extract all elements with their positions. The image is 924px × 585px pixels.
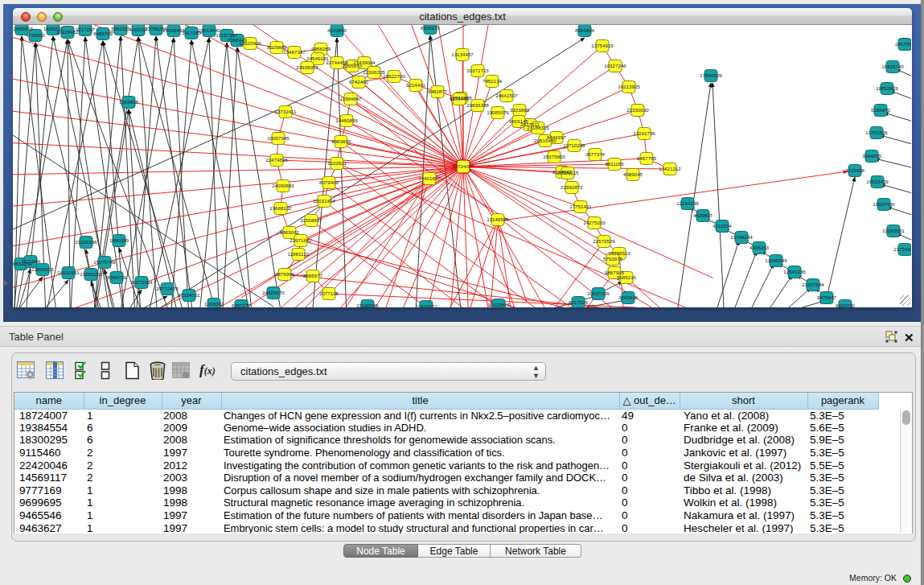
svg-text:3677374: 3677374 bbox=[585, 151, 606, 157]
svg-text:3215938: 3215938 bbox=[845, 167, 865, 173]
svg-text:12416912: 12416912 bbox=[415, 303, 437, 307]
svg-text:20772475: 20772475 bbox=[156, 286, 179, 291]
svg-text:13241736: 13241736 bbox=[633, 130, 655, 136]
svg-text:9875847: 9875847 bbox=[817, 295, 837, 300]
svg-text:20037339: 20037339 bbox=[587, 290, 610, 296]
svg-text:2876966: 2876966 bbox=[275, 271, 295, 277]
svg-text:14401657: 14401657 bbox=[418, 175, 441, 181]
svg-text:23487347: 23487347 bbox=[283, 49, 306, 55]
svg-text:22806503: 22806503 bbox=[31, 266, 54, 272]
svg-text:4143890: 4143890 bbox=[327, 27, 347, 33]
svg-text:4245263: 4245263 bbox=[749, 245, 770, 250]
svg-text:20372723: 20372723 bbox=[466, 68, 489, 73]
svg-text:24090883: 24090883 bbox=[272, 183, 294, 188]
svg-text:6217026: 6217026 bbox=[569, 299, 589, 305]
svg-text:13045349: 13045349 bbox=[765, 257, 787, 263]
svg-text:20615450: 20615450 bbox=[534, 138, 556, 143]
svg-text:16213925: 16213925 bbox=[618, 84, 640, 89]
svg-text:8369062: 8369062 bbox=[280, 229, 300, 235]
svg-text:16396513: 16396513 bbox=[608, 250, 630, 256]
svg-text:5188470: 5188470 bbox=[871, 107, 891, 113]
svg-text:6742460: 6742460 bbox=[349, 79, 369, 84]
svg-text:13421212: 13421212 bbox=[659, 166, 681, 171]
svg-text:17956909: 17956909 bbox=[700, 72, 722, 78]
svg-text:22093651: 22093651 bbox=[882, 228, 905, 233]
svg-text:23936053: 23936053 bbox=[296, 64, 318, 70]
svg-text:21257684: 21257684 bbox=[802, 282, 824, 287]
svg-text:6482877: 6482877 bbox=[428, 89, 448, 94]
svg-text:4389045: 4389045 bbox=[623, 171, 643, 177]
svg-text:9275445: 9275445 bbox=[450, 96, 470, 101]
svg-text:15076749: 15076749 bbox=[93, 259, 116, 265]
svg-text:4429607: 4429607 bbox=[693, 212, 713, 218]
svg-text:18992829: 18992829 bbox=[876, 85, 898, 91]
svg-text:22330030: 22330030 bbox=[626, 107, 649, 113]
svg-text:24425670: 24425670 bbox=[262, 290, 285, 295]
svg-text:8685577: 8685577 bbox=[303, 273, 323, 278]
svg-text:3333883: 3333883 bbox=[510, 107, 530, 113]
svg-text:3220921: 3220921 bbox=[327, 160, 347, 166]
svg-text:20031404: 20031404 bbox=[313, 198, 335, 204]
svg-text:16072954: 16072954 bbox=[130, 279, 153, 285]
svg-text:3644095: 3644095 bbox=[862, 153, 882, 159]
svg-text:19523409: 19523409 bbox=[866, 179, 889, 184]
svg-text:13134457: 13134457 bbox=[451, 51, 474, 57]
svg-text:7452134: 7452134 bbox=[483, 78, 503, 84]
svg-text:21439044: 21439044 bbox=[353, 60, 376, 65]
svg-text:3642648: 3642648 bbox=[618, 295, 639, 300]
svg-text:5793975: 5793975 bbox=[603, 256, 623, 262]
svg-text:13146585: 13146585 bbox=[487, 216, 509, 222]
svg-text:4735650: 4735650 bbox=[26, 32, 46, 38]
svg-text:9958289: 9958289 bbox=[311, 46, 331, 51]
svg-text:23971842: 23971842 bbox=[290, 237, 312, 243]
svg-text:16415740: 16415740 bbox=[881, 64, 904, 69]
svg-text:9214491: 9214491 bbox=[406, 82, 426, 88]
svg-text:19688132: 19688132 bbox=[269, 205, 292, 211]
svg-text:5682115: 5682115 bbox=[111, 26, 130, 31]
svg-text:6457765: 6457765 bbox=[637, 155, 657, 161]
svg-text:15180586: 15180586 bbox=[356, 303, 379, 307]
svg-text:22455603: 22455603 bbox=[13, 26, 33, 31]
svg-text:8336273: 8336273 bbox=[421, 25, 441, 31]
svg-text:21200396: 21200396 bbox=[75, 239, 97, 245]
svg-text:10710248: 10710248 bbox=[563, 142, 585, 148]
svg-text:8811165: 8811165 bbox=[605, 161, 624, 167]
svg-text:12920906: 12920906 bbox=[239, 40, 261, 46]
svg-text:23188315: 23188315 bbox=[527, 125, 549, 130]
svg-text:10327246: 10327246 bbox=[604, 63, 626, 68]
svg-text:7671884: 7671884 bbox=[21, 258, 41, 264]
svg-text:1890399: 1890399 bbox=[109, 237, 129, 243]
svg-text:8224730: 8224730 bbox=[836, 303, 856, 307]
svg-text:8079409: 8079409 bbox=[319, 179, 339, 185]
svg-text:17751421: 17751421 bbox=[569, 204, 592, 209]
svg-text:13748244: 13748244 bbox=[730, 234, 753, 240]
svg-text:12541238: 12541238 bbox=[783, 269, 806, 274]
svg-text:6357277: 6357277 bbox=[232, 303, 252, 307]
svg-text:18724007: 18724007 bbox=[452, 163, 474, 169]
svg-text:11881122: 11881122 bbox=[288, 251, 310, 257]
svg-text:19285201: 19285201 bbox=[80, 271, 102, 277]
svg-text:13701506: 13701506 bbox=[865, 130, 888, 135]
svg-text:10057945: 10057945 bbox=[267, 135, 290, 141]
svg-text:22306335: 22306335 bbox=[363, 69, 385, 75]
svg-text:2457954: 2457954 bbox=[895, 41, 911, 47]
svg-text:24641507: 24641507 bbox=[495, 93, 518, 98]
svg-text:4112034: 4112034 bbox=[713, 223, 732, 229]
svg-text:8396759: 8396759 bbox=[107, 274, 127, 280]
svg-text:2077105: 2077105 bbox=[319, 290, 339, 296]
svg-text:5685216: 5685216 bbox=[617, 274, 637, 280]
svg-text:22992872: 22992872 bbox=[561, 184, 583, 190]
svg-text:9983893: 9983893 bbox=[331, 138, 351, 144]
svg-text:19836388: 19836388 bbox=[466, 102, 489, 108]
svg-text:22474828: 22474828 bbox=[265, 157, 288, 163]
svg-text:10334531: 10334531 bbox=[178, 292, 200, 298]
svg-text:19085076: 19085076 bbox=[487, 109, 509, 115]
svg-text:11558837: 11558837 bbox=[300, 217, 322, 223]
svg-text:14460856: 14460856 bbox=[335, 117, 358, 123]
svg-text:12294238: 12294238 bbox=[676, 200, 699, 206]
svg-text:21754078: 21754078 bbox=[893, 246, 911, 252]
svg-text:20580115: 20580115 bbox=[556, 170, 579, 175]
svg-text:10837430: 10837430 bbox=[873, 201, 895, 207]
svg-text:13754919: 13754919 bbox=[591, 43, 614, 48]
svg-text:13732411: 13732411 bbox=[274, 109, 297, 114]
